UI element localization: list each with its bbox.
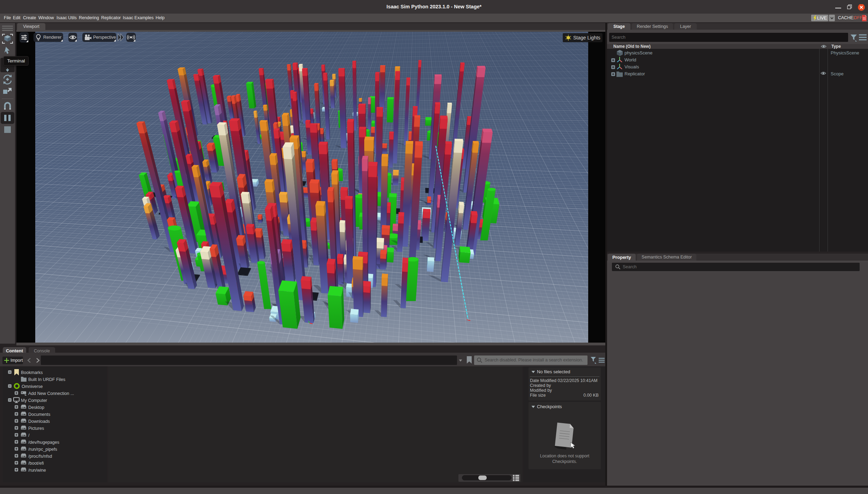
svg-text:Omniverse: Omniverse	[22, 384, 43, 389]
svg-text:/run/rpc_pipefs: /run/rpc_pipefs	[28, 447, 57, 452]
svg-text:/run/wine: /run/wine	[28, 468, 46, 473]
svg-text:/boot/efi: /boot/efi	[28, 461, 44, 466]
svg-text:/dev/hugepages: /dev/hugepages	[28, 440, 59, 445]
svg-text:Scope: Scope	[831, 71, 844, 76]
svg-text:Built In URDF Files: Built In URDF Files	[28, 377, 65, 382]
svg-text:Bookmarks: Bookmarks	[21, 370, 43, 375]
svg-text:/: /	[28, 433, 30, 438]
svg-text:Downloads: Downloads	[28, 419, 50, 424]
svg-text:Desktop: Desktop	[28, 405, 44, 410]
svg-text:Pictures: Pictures	[28, 426, 44, 431]
svg-text:Replicator: Replicator	[624, 71, 645, 76]
svg-text:physicsScene: physicsScene	[624, 50, 652, 55]
svg-text:Add New Connection ...: Add New Connection ...	[28, 391, 74, 396]
svg-text:Visuals: Visuals	[624, 64, 639, 69]
svg-text:World: World	[624, 57, 636, 62]
svg-text:PhysicsScene: PhysicsScene	[831, 50, 859, 55]
svg-text:My Computer: My Computer	[21, 398, 47, 403]
svg-text:Documents: Documents	[28, 412, 50, 417]
svg-text:/proc/fs/nfsd: /proc/fs/nfsd	[28, 454, 52, 459]
